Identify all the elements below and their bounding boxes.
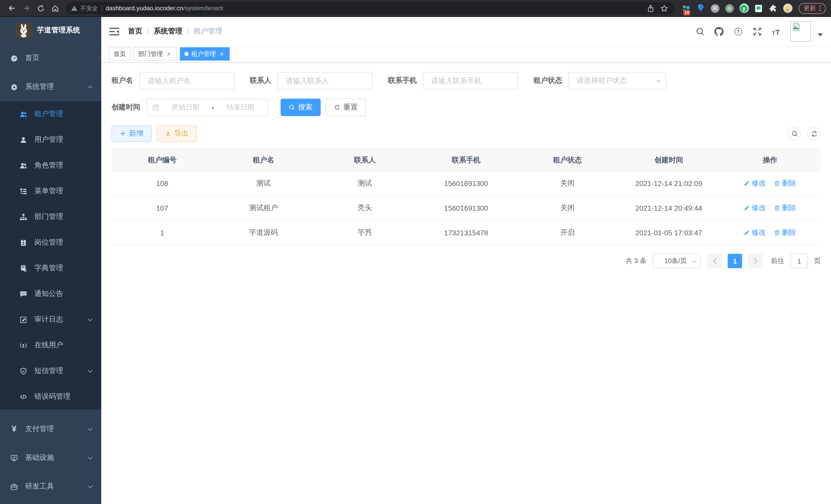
page-size-select[interactable]: 10条/页 (653, 254, 701, 268)
sidebar-item-system[interactable]: 系统管理 (0, 72, 101, 101)
navbar: 首页 / 系统管理 / 租户管理 ? (101, 17, 831, 46)
status-select[interactable]: 请选择租户状态 (568, 72, 666, 89)
delete-link[interactable]: 删除 (774, 203, 796, 212)
reload-icon[interactable] (34, 2, 47, 15)
tag-home[interactable]: 首页 (109, 47, 131, 61)
cell-mobile: 17321315478 (416, 220, 517, 245)
address-bar[interactable]: 不安全 dashboard.yudao.iocoder.cn/system/te… (66, 2, 675, 14)
tag-dept[interactable]: 部门管理 ✕ (134, 47, 177, 61)
sidebar-item-online-users[interactable]: 在线用户 (0, 332, 101, 358)
close-icon[interactable]: ✕ (166, 51, 172, 57)
app-logo-row[interactable]: 芋道管理系统 (0, 17, 101, 44)
extension-dot-icon[interactable] (725, 4, 734, 12)
site-security-chip[interactable]: 不安全 (71, 4, 98, 12)
sidebar-item-role[interactable]: 角色管理 (0, 153, 101, 178)
sidebar-item-tenant[interactable]: 租户管理 (0, 101, 101, 127)
sidebar-item-menu[interactable]: 菜单管理 (0, 178, 101, 204)
delete-link[interactable]: 删除 (774, 179, 796, 188)
sidebar-toggle-icon[interactable] (110, 28, 119, 35)
extension-command-icon[interactable]: ⌘ (711, 4, 719, 12)
extension-balloon-icon[interactable] (696, 4, 705, 12)
avatar-caret-icon[interactable] (818, 33, 823, 36)
sidebar-item-dept[interactable]: 部门管理 (0, 204, 101, 230)
mobile-input[interactable] (423, 72, 518, 89)
help-icon[interactable]: ? (733, 27, 743, 36)
extension-chat-icon[interactable] (754, 4, 763, 12)
gear-icon (10, 83, 18, 91)
sidebar-item-notice[interactable]: 通知公告 (0, 281, 101, 307)
trash-icon (774, 205, 780, 211)
add-button[interactable]: 新增 (112, 125, 152, 142)
next-page-button[interactable] (748, 254, 763, 268)
chrome-update-button[interactable]: 更新 (798, 3, 826, 13)
font-size-icon[interactable]: TT (771, 27, 781, 36)
sidebar-item-sms[interactable]: 短信管理 (0, 358, 101, 384)
users-icon (20, 110, 27, 118)
back-icon[interactable] (5, 2, 19, 15)
field-label: 联系人 (250, 76, 271, 85)
chevron-right-icon (753, 258, 758, 264)
bookmark-star-icon[interactable] (659, 2, 669, 15)
sidebar-item-pay[interactable]: ¥ 支付管理 (0, 415, 101, 443)
total-count: 共 3 条 (626, 256, 647, 266)
extensions-puzzle-icon[interactable] (769, 4, 777, 12)
edit-link[interactable]: 修改 (744, 228, 766, 237)
reset-button[interactable]: 重置 (326, 99, 366, 116)
cell-actions: 修改 删除 (719, 196, 821, 220)
search-button[interactable]: 搜索 (281, 99, 321, 116)
sidebar: 芋道管理系统 首页 系统管理 租户管理 用户管理 (0, 17, 101, 504)
page-size-value: 10条/页 (660, 256, 691, 266)
date-range-picker[interactable]: 开始日期 - 结束日期 (146, 99, 268, 116)
github-icon[interactable] (714, 27, 724, 36)
table-toolbar: 新增 导出 (112, 125, 821, 142)
export-button[interactable]: 导出 (157, 125, 197, 142)
sidebar-item-post[interactable]: 岗位管理 (0, 230, 101, 255)
goto-page-input[interactable] (791, 254, 808, 268)
app-title: 芋道管理系统 (37, 26, 80, 35)
url-text: dashboard.yudao.iocoder.cn/system/tenant (106, 5, 223, 12)
fullscreen-icon[interactable] (752, 27, 762, 36)
sidebar-item-devtools[interactable]: 研发工具 (0, 472, 101, 501)
export-button-label: 导出 (174, 129, 189, 138)
chevron-down-icon (87, 369, 93, 373)
prev-page-button[interactable] (707, 254, 721, 268)
contact-input[interactable] (278, 72, 373, 89)
sidebar-item-home[interactable]: 首页 (0, 44, 101, 72)
page-content: 租户名 联系人 联系手机 租户状态 请选择租户状态 (101, 63, 831, 504)
sidebar-item-audit-log[interactable]: 审计日志 (0, 307, 101, 332)
search-icon[interactable] (695, 27, 705, 36)
edit-link[interactable]: 修改 (744, 203, 766, 212)
table-header-row: 租户编号 租户名 联系人 联系手机 租户状态 创建时间 操作 (112, 149, 821, 171)
sidebar-item-label: 支付管理 (25, 424, 80, 434)
profile-avatar-icon[interactable] (783, 4, 792, 13)
share-icon[interactable] (645, 2, 656, 15)
breadcrumb-item[interactable]: 系统管理 (154, 27, 182, 36)
page-number-current[interactable]: 1 (728, 254, 742, 268)
forward-icon[interactable] (20, 2, 33, 15)
avatar[interactable] (791, 21, 811, 41)
sidebar-item-user[interactable]: 用户管理 (0, 127, 101, 153)
edit-link[interactable]: 修改 (744, 179, 766, 188)
close-icon[interactable]: ✕ (219, 51, 225, 57)
chrome-menu-icon[interactable] (820, 5, 821, 11)
trash-icon (774, 229, 780, 236)
sidebar-item-infra[interactable]: 基础设施 (0, 443, 101, 472)
show-search-button[interactable] (788, 127, 801, 140)
home-icon[interactable] (48, 2, 62, 15)
badge-icon (20, 239, 27, 246)
tag-tenant[interactable]: 租户管理 ✕ (180, 47, 230, 61)
tenant-name-input[interactable] (139, 72, 234, 89)
delete-link[interactable]: 删除 (774, 228, 796, 237)
extension-yesdev-icon[interactable]: y (739, 4, 748, 13)
sidebar-item-dict[interactable]: 字典管理 (0, 255, 101, 281)
browser-window: 不安全 dashboard.yudao.iocoder.cn/system/te… (0, 0, 831, 504)
table-tools (788, 127, 821, 140)
sidebar-item-label: 研发工具 (25, 482, 80, 491)
cell-created: 2021-12-14 20:49:44 (618, 196, 719, 220)
refresh-table-button[interactable] (807, 127, 821, 140)
extension-badged-icon[interactable]: 10 (682, 4, 690, 12)
navbar-tools: ? TT (695, 21, 823, 41)
sidebar-item-error-code[interactable]: 错误码管理 (0, 384, 101, 410)
dictionary-icon (20, 264, 27, 272)
breadcrumb-item[interactable]: 首页 (128, 27, 142, 36)
